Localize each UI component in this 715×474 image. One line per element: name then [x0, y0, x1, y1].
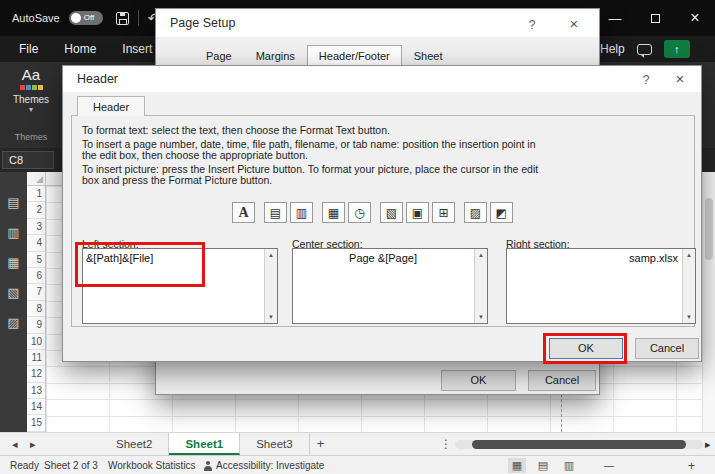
- close-icon[interactable]: ×: [561, 14, 587, 34]
- center-section-scrollbar[interactable]: ▲ ▼: [474, 249, 487, 323]
- autosave-toggle[interactable]: Off: [69, 11, 103, 25]
- insert-sheet-name-icon: ⊞: [438, 207, 448, 219]
- normal-view-icon[interactable]: ▦: [508, 458, 526, 473]
- minimize-icon[interactable]: —: [595, 0, 635, 36]
- page-setup-tab-header-footer[interactable]: Header/Footer: [307, 45, 402, 66]
- insert-file-path-button[interactable]: ▧: [380, 202, 403, 223]
- zoom-in-button[interactable]: +: [688, 459, 695, 473]
- name-box[interactable]: C8: [2, 151, 54, 169]
- format-picture-button[interactable]: ◩: [490, 202, 513, 223]
- close-window-icon[interactable]: ×: [675, 0, 715, 36]
- row-header-7[interactable]: 7: [27, 284, 45, 300]
- insert-time-button[interactable]: ◷: [348, 202, 371, 223]
- select-all-corner[interactable]: [27, 172, 46, 186]
- scroll-down-icon[interactable]: ▼: [475, 314, 487, 320]
- maximize-icon[interactable]: [635, 0, 675, 36]
- scroll-up-icon[interactable]: ▲: [265, 252, 277, 258]
- workbook-statistics-button[interactable]: Workbook Statistics: [108, 460, 196, 471]
- page-setup-ok-button[interactable]: OK: [441, 370, 516, 391]
- row-header-4[interactable]: 4: [27, 235, 45, 251]
- row-header-3[interactable]: 3: [27, 219, 45, 235]
- sheet-tab-bar: ◂ ▸ Sheet2Sheet1Sheet3 + ⋮ ◂ ▸: [0, 432, 715, 455]
- palette-swatch: [26, 85, 31, 90]
- help-icon[interactable]: ?: [635, 71, 657, 89]
- print-area-icon[interactable]: ▧: [7, 286, 19, 299]
- insert-number-of-pages-button[interactable]: ▥: [290, 202, 313, 223]
- page-setup-cancel-button[interactable]: Cancel: [528, 370, 596, 391]
- themes-button-label: Themes: [8, 94, 54, 105]
- scroll-down-icon[interactable]: ▼: [683, 314, 695, 320]
- tab-overflow-menu-icon[interactable]: ⋮: [440, 437, 452, 451]
- page-setup-tab-sheet[interactable]: Sheet: [402, 45, 455, 66]
- insert-sheet-name-button[interactable]: ⊞: [432, 202, 455, 223]
- tab-header[interactable]: Header: [77, 96, 145, 116]
- insert-page-number-icon: ▤: [270, 207, 281, 219]
- row-header-5[interactable]: 5: [27, 252, 45, 268]
- instruction-line: To format text: select the text, then ch…: [82, 125, 547, 137]
- sheet-nav-right-icon[interactable]: ▸: [30, 438, 36, 451]
- share-button[interactable]: ↑: [664, 40, 690, 58]
- ribbon-tab-help[interactable]: Help: [600, 42, 625, 56]
- add-sheet-button[interactable]: +: [312, 436, 329, 453]
- vertical-scrollbar[interactable]: [702, 172, 715, 432]
- row-header-2[interactable]: 2: [27, 202, 45, 218]
- themes-button[interactable]: Aa Themes ▾: [8, 67, 54, 129]
- row-header-14[interactable]: 14: [27, 399, 45, 415]
- size-icon[interactable]: ▦: [7, 256, 19, 269]
- page-setup-tab-page[interactable]: Page: [194, 45, 244, 66]
- left-section-scrollbar[interactable]: ▲ ▼: [264, 249, 277, 323]
- help-icon[interactable]: ?: [521, 16, 543, 34]
- sheet-tab-sheet2[interactable]: Sheet2: [100, 433, 169, 455]
- ribbon-tab-file[interactable]: File: [6, 37, 51, 61]
- margins-icon[interactable]: ▤: [7, 196, 19, 209]
- header-cancel-button[interactable]: Cancel: [635, 338, 699, 359]
- insert-date-button[interactable]: ▦: [322, 202, 345, 223]
- themes-icon: Aa: [8, 67, 54, 83]
- orientation-icon[interactable]: ▥: [7, 226, 19, 239]
- themes-group-label: Themes: [0, 132, 62, 142]
- page-setup-title-bar: Page Setup ? ×: [156, 9, 599, 37]
- palette-swatch: [20, 85, 25, 90]
- zoom-out-button[interactable]: —: [604, 460, 614, 471]
- vertical-scrollbar-thumb[interactable]: [705, 198, 713, 260]
- header-dialog-title: Header: [77, 72, 118, 86]
- row-header-13[interactable]: 13: [27, 383, 45, 399]
- ribbon-tab-home[interactable]: Home: [51, 37, 109, 61]
- right-section-input[interactable]: samp.xlsx ▲ ▼: [506, 248, 696, 324]
- sheet-nav-left-icon[interactable]: ◂: [12, 438, 18, 451]
- instruction-line: To insert a page number, date, time, fil…: [82, 139, 547, 162]
- comments-icon[interactable]: [637, 44, 652, 55]
- right-section-scrollbar[interactable]: ▲ ▼: [682, 249, 695, 323]
- close-icon[interactable]: ×: [667, 69, 693, 89]
- scroll-up-icon[interactable]: ▲: [475, 252, 487, 258]
- hscroll-right-icon[interactable]: ▸: [705, 438, 711, 451]
- center-section-input[interactable]: Page &[Page] ▲ ▼: [292, 248, 488, 324]
- toggle-knob-icon: [71, 13, 81, 23]
- row-header-15[interactable]: 15: [27, 415, 45, 431]
- page-break-view-icon[interactable]: ▥: [560, 458, 578, 473]
- insert-page-number-button[interactable]: ▤: [264, 202, 287, 223]
- insert-file-name-button[interactable]: ▣: [406, 202, 429, 223]
- row-header-8[interactable]: 8: [27, 301, 45, 317]
- accessibility-status-button[interactable]: Accessibility: Investigate: [216, 460, 324, 471]
- sheet-tab-sheet1[interactable]: Sheet1: [169, 433, 240, 455]
- insert-picture-button[interactable]: ▨: [464, 202, 487, 223]
- row-header-10[interactable]: 10: [27, 334, 45, 350]
- header-toolbar: A▤▥▦◷▧▣⊞▨◩: [232, 202, 513, 223]
- toolbar-group: ▨◩: [464, 202, 513, 223]
- scroll-down-icon[interactable]: ▼: [265, 314, 277, 320]
- save-icon[interactable]: [116, 12, 129, 25]
- breaks-icon[interactable]: ▨: [7, 316, 19, 329]
- row-header-11[interactable]: 11: [27, 350, 45, 366]
- page-setup-tab-margins[interactable]: Margins: [244, 45, 307, 66]
- row-header-6[interactable]: 6: [27, 268, 45, 284]
- toolbar-group: ▧▣⊞: [380, 202, 455, 223]
- horizontal-scrollbar-thumb[interactable]: [472, 440, 686, 449]
- page-layout-view-icon[interactable]: ▤: [534, 458, 552, 473]
- format-text-button[interactable]: A: [232, 202, 255, 223]
- row-header-1[interactable]: 1: [27, 186, 45, 202]
- scroll-up-icon[interactable]: ▲: [683, 252, 695, 258]
- row-header-9[interactable]: 9: [27, 317, 45, 333]
- row-header-12[interactable]: 12: [27, 366, 45, 382]
- sheet-tab-sheet3[interactable]: Sheet3: [240, 433, 309, 455]
